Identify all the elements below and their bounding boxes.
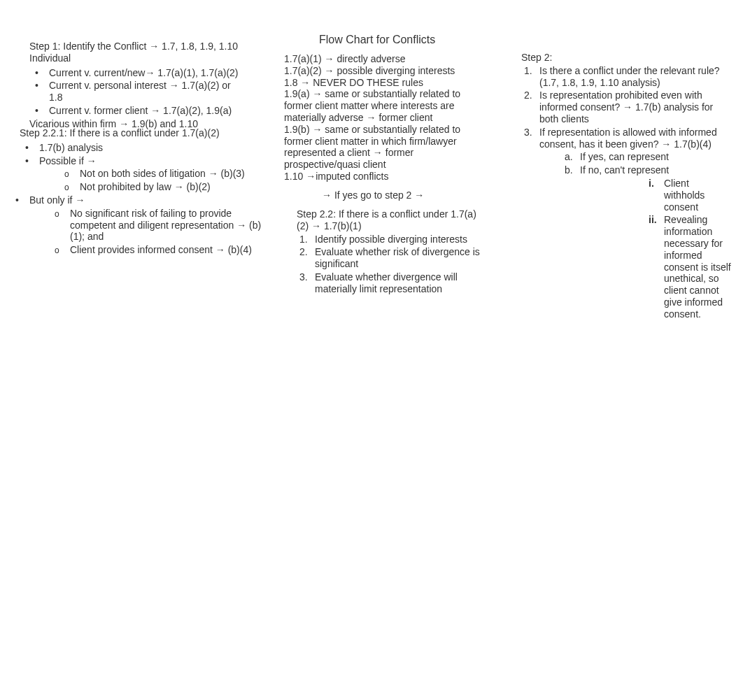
step22-heading: Step 2.2: If there is a conflict under 1…: [297, 208, 486, 232]
text: Current v. personal interest: [49, 80, 169, 91]
step1-heading: Step 1: Identify the Conflict → 1.7, 1.8…: [29, 41, 239, 52]
text: 1.10: [284, 171, 306, 182]
arrow-icon: →: [661, 138, 671, 150]
list-item: Client withholds consent: [580, 178, 731, 213]
arrow-icon: →: [325, 53, 334, 64]
list-item: Current v. former client → 1.7(a)(2), 1.…: [29, 105, 239, 117]
list-item: Not on both sides of litigation → (b)(3): [39, 168, 264, 180]
text: 1.7(b)(4): [671, 138, 712, 150]
text: Individual: [29, 52, 239, 64]
list-item: No significant risk of failing to provid…: [29, 208, 264, 243]
text: → If yes go to step 2 →: [284, 190, 480, 201]
step221-list: 1.7(b) analysis Possible if → Not on bot…: [20, 142, 264, 256]
text: Possible if: [39, 155, 87, 166]
text: 1.7(a)(1): [284, 53, 325, 64]
step2-box: Step 2: Is there a conflict under the re…: [521, 52, 731, 322]
text: NEVER DO THESE rules: [310, 77, 423, 88]
step1-list: Current v. current/new→ 1.7(a)(1), 1.7(a…: [29, 67, 239, 117]
arrow-icon: →: [367, 112, 376, 123]
text: 1.7, 1.8, 1.9, 1.10: [159, 41, 238, 52]
arrow-icon: →: [312, 88, 322, 99]
text: 1.9(b) → same or substantially related t…: [284, 124, 480, 171]
arrow-icon: →: [312, 124, 322, 135]
arrow-icon: →: [306, 171, 316, 182]
text: Step 1: Identify the Conflict: [29, 41, 149, 52]
text: 1.7(a)(1), 1.7(a)(2): [155, 67, 238, 78]
text: 1.7(a)(2), 1.9(a): [160, 105, 232, 116]
text: Current v. current/new: [49, 67, 145, 78]
list-item: Is there a conflict under the relevant r…: [521, 65, 731, 89]
step22-list: Identify possible diverging interests Ev…: [297, 234, 486, 295]
list-item: Is representation prohibited even with i…: [521, 90, 731, 124]
list-item: Identify possible diverging interests: [297, 234, 486, 245]
text: Not on both sides of litigation: [80, 168, 208, 179]
text: Current v. former client: [49, 105, 150, 116]
text: If yes go to step 2: [332, 190, 414, 201]
step2-list: Is there a conflict under the relevant r…: [521, 65, 731, 320]
text: (b)(3): [218, 168, 245, 179]
arrow-icon: →: [87, 155, 97, 166]
text: 1.7(a)(2): [284, 65, 325, 76]
arrow-icon: →: [208, 168, 218, 179]
arrow-icon: →: [169, 80, 179, 91]
list-item: Evaluate whether divergence will materia…: [297, 271, 486, 295]
roman-list: Client withholds consent Revealing infor…: [580, 178, 731, 320]
list-item: Current v. personal interest → 1.7(a)(2)…: [29, 80, 239, 103]
text: 1.10 →imputed conflicts: [284, 171, 480, 183]
text: Not prohibited by law: [80, 181, 174, 192]
text: 1.8: [284, 77, 300, 88]
text: former client: [376, 112, 433, 123]
list-item: Client provides informed consent → (b)(4…: [29, 244, 264, 256]
list-item: If yes, can represent: [539, 151, 731, 163]
step221-heading: Step 2.2.1: If there is a conflict under…: [20, 127, 264, 139]
text: 1.7(a)(1) → directly adverse: [284, 53, 480, 65]
rules-box: 1.7(a)(1) → directly adverse 1.7(a)(2) →…: [284, 53, 480, 201]
text: directly adverse: [334, 53, 406, 64]
step221-box: Step 2.2.1: If there is a conflict under…: [20, 127, 264, 257]
list-item: 1.7(b) analysis: [20, 142, 264, 154]
list-item: Current v. current/new→ 1.7(a)(1), 1.7(a…: [29, 67, 239, 79]
list-item: But only if → No significant risk of fai…: [10, 194, 264, 256]
step22-box: Step 2.2: If there is a conflict under 1…: [297, 208, 486, 297]
arrow-icon: →: [322, 190, 332, 201]
arrow-icon: →: [300, 77, 310, 88]
text: No significant risk of failing to provid…: [70, 208, 236, 231]
arrow-icon: →: [236, 220, 246, 231]
list-item: If representation is allowed with inform…: [521, 127, 731, 320]
list-item: Revealing information necessary for info…: [580, 214, 731, 320]
arrow-icon: →: [311, 220, 321, 231]
text: 1.9(b): [284, 124, 312, 135]
arrow-icon: →: [325, 65, 334, 76]
list-item: If no, can't represent Client withholds …: [539, 164, 731, 320]
text: 1.7(b)(1): [321, 220, 362, 231]
sub-list: Not on both sides of litigation → (b)(3)…: [39, 168, 264, 193]
list-item: Possible if → Not on both sides of litig…: [20, 155, 264, 193]
list-item: Not prohibited by law → (b)(2): [39, 181, 264, 193]
text: 1.7(a)(2) → possible diverging interests: [284, 65, 480, 77]
arrow-icon: →: [215, 244, 225, 255]
text: Client provides informed consent: [70, 244, 215, 255]
text: possible diverging interests: [334, 65, 455, 76]
arrow-icon: →: [75, 194, 85, 206]
text: If no, can't represent: [580, 164, 669, 176]
page-title: Flow Chart for Conflicts: [319, 34, 435, 46]
text: But only if: [29, 194, 75, 206]
text: (b)(4): [225, 244, 252, 255]
text: 1.8 → NEVER DO THESE rules: [284, 77, 480, 89]
step1-box: Step 1: Identify the Conflict → 1.7, 1.8…: [29, 41, 239, 130]
step2-heading: Step 2:: [521, 52, 731, 64]
text: 1.9(a): [284, 88, 312, 99]
sub-list: No significant risk of failing to provid…: [29, 208, 264, 256]
text: 1.9(a) → same or substantially related t…: [284, 88, 480, 123]
arrow-icon: →: [149, 41, 159, 52]
arrow-icon: →: [373, 147, 383, 158]
arrow-icon: →: [174, 181, 184, 192]
list-item: Evaluate whether risk of divergence is s…: [297, 246, 486, 270]
arrow-icon: →: [623, 101, 632, 113]
arrow-icon: →: [150, 105, 160, 116]
arrow-icon: →: [414, 190, 424, 201]
text: (b)(2): [184, 181, 211, 192]
arrow-icon: →: [145, 67, 155, 78]
text: imputed conflicts: [316, 171, 388, 182]
alpha-list: If yes, can represent If no, can't repre…: [539, 151, 731, 320]
